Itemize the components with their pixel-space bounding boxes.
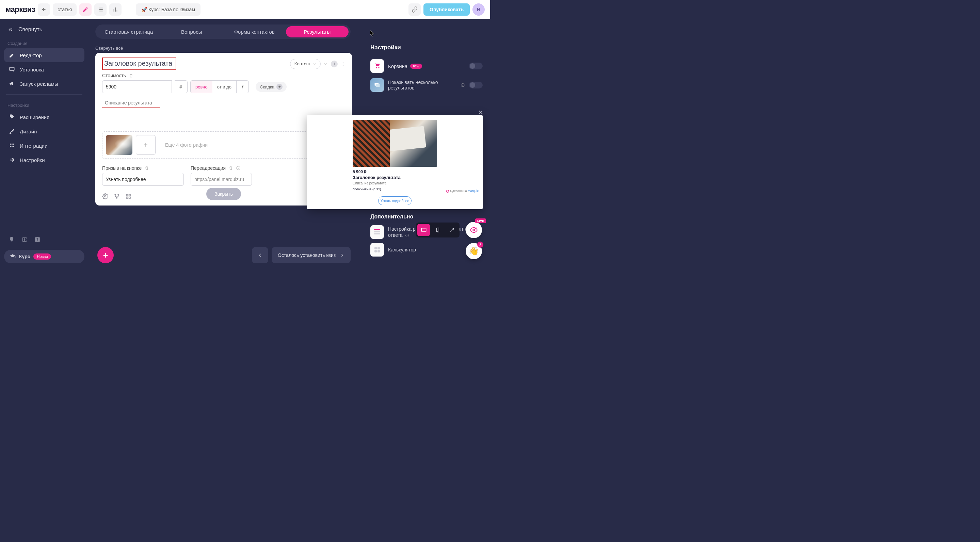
grid-icon[interactable]: [125, 193, 131, 199]
close-button[interactable]: Закрыть: [206, 188, 241, 200]
upload-icon[interactable]: [21, 235, 29, 243]
chevron-down-small-icon[interactable]: [323, 62, 328, 66]
preview-cta-button[interactable]: Узнать подробнее: [378, 196, 412, 205]
article-chip[interactable]: статья: [53, 3, 76, 16]
link-button[interactable]: [409, 3, 421, 16]
sidebar-item-extensions[interactable]: Расширения: [4, 110, 84, 124]
thumbnail-1[interactable]: [106, 135, 132, 155]
discount-button[interactable]: Скидка +: [256, 82, 286, 92]
svg-point-6: [342, 65, 342, 65]
stats-button[interactable]: [109, 3, 121, 16]
trash-icon[interactable]: [144, 166, 149, 170]
cart-label: Корзина: [388, 63, 407, 69]
sidebar-item-label: Запуск рекламы: [20, 81, 58, 87]
add-thumbnail[interactable]: +: [136, 135, 156, 155]
tab-results[interactable]: Результаты: [286, 26, 349, 37]
edit-button[interactable]: [79, 3, 92, 16]
multi-toggle[interactable]: [469, 82, 483, 89]
preview-close[interactable]: ✕: [478, 109, 484, 116]
link-icon: [412, 6, 418, 13]
branch-icon[interactable]: [114, 193, 120, 199]
svg-point-35: [438, 231, 438, 231]
sidebar-item-label: Настройки: [20, 157, 45, 163]
pencil-icon: [9, 52, 15, 58]
redirect-input[interactable]: [191, 173, 252, 186]
stack-icon: [370, 78, 384, 92]
redirect-label: Переадресация: [191, 165, 226, 171]
sidebar-item-label: Интеграции: [20, 143, 48, 149]
tab-contact-form[interactable]: Форма контактов: [223, 26, 286, 37]
wave-count: 8: [477, 242, 484, 248]
course-chip[interactable]: 🚀 Курс: База по квизам: [136, 3, 200, 16]
device-mobile[interactable]: [431, 224, 444, 236]
user-avatar[interactable]: Н: [473, 3, 485, 16]
preview-brand: Сделано на Marquiz: [446, 189, 479, 193]
cta-input[interactable]: [102, 173, 184, 186]
sidebar-item-integrations[interactable]: Интеграции: [4, 138, 84, 153]
drag-handle-icon[interactable]: [340, 62, 345, 66]
nav-status[interactable]: Осталось установить квиз: [272, 247, 351, 263]
preview-title: Заголовок результата: [353, 175, 437, 180]
chevron-down-icon: [313, 62, 316, 66]
sidebar-item-install[interactable]: Установка: [4, 62, 84, 76]
publish-button[interactable]: Опубликовать: [423, 3, 470, 16]
help-icon[interactable]: ?: [33, 235, 41, 243]
svg-point-11: [105, 196, 106, 197]
price-input[interactable]: [102, 80, 172, 93]
svg-text:?: ?: [37, 237, 38, 242]
info-icon: [405, 234, 409, 237]
sidebar-item-settings[interactable]: Настройки: [4, 153, 84, 167]
content-dropdown[interactable]: Контент: [290, 59, 321, 69]
bar-chart-icon: [112, 6, 118, 13]
info-icon[interactable]: [461, 83, 465, 87]
list-button[interactable]: [94, 3, 107, 16]
result-title[interactable]: Заголовок результата: [104, 60, 172, 67]
svg-rect-32: [377, 250, 380, 253]
preview-popover: ✕ 5 900 ₽ Заголовок результата Описание …: [307, 115, 483, 209]
add-fab[interactable]: +: [97, 247, 114, 263]
sidebar-item-ads[interactable]: Запуск рекламы: [4, 76, 84, 91]
sidebar-collapse[interactable]: Свернуть: [4, 23, 84, 36]
svg-rect-15: [126, 194, 128, 196]
preview-brand-link[interactable]: Marquiz: [468, 189, 479, 192]
svg-point-4: [342, 62, 342, 63]
list-icon: [97, 6, 103, 13]
answers-icon: [370, 225, 384, 239]
megaphone-icon: [9, 81, 15, 87]
trash-icon[interactable]: [129, 73, 134, 78]
settings-panel: Настройки Корзина new Показывать несколь…: [370, 44, 483, 95]
preview-fab[interactable]: LIVE: [466, 222, 482, 238]
sidebar-item-editor[interactable]: Редактор: [4, 48, 84, 62]
sidebar-item-design[interactable]: Дизайн: [4, 124, 84, 138]
cart-icon: [370, 59, 384, 73]
device-desktop[interactable]: [417, 224, 430, 236]
tip-icon[interactable]: [8, 235, 16, 243]
sidebar-course-button[interactable]: Курс Новая: [4, 250, 84, 263]
monitor-icon: [9, 66, 15, 73]
tab-questions[interactable]: Вопросы: [160, 26, 223, 37]
back-button[interactable]: [38, 3, 50, 16]
order-badge: 1: [331, 60, 338, 67]
gear-icon[interactable]: [102, 193, 108, 199]
wave-fab[interactable]: 👋 8: [466, 243, 482, 259]
trash-icon[interactable]: [228, 166, 233, 170]
brush-icon: [9, 128, 15, 134]
segment-formula[interactable]: ƒ: [236, 81, 248, 93]
tab-start-page[interactable]: Стартовая страница: [97, 26, 160, 37]
segment-exact[interactable]: ровно: [191, 81, 212, 93]
cta-label: Призыв на кнопке: [102, 165, 142, 171]
nav-prev[interactable]: [252, 247, 268, 263]
cart-toggle[interactable]: [469, 63, 483, 69]
plus-icon: +: [277, 84, 283, 90]
puzzle-icon: [9, 143, 15, 149]
currency-label: ₽: [175, 80, 188, 93]
sidebar-item-label: Установка: [20, 67, 44, 73]
segment-range[interactable]: от и до: [212, 81, 236, 93]
new-badge: Новая: [33, 253, 51, 260]
device-fullscreen[interactable]: [445, 224, 458, 236]
svg-point-7: [343, 62, 344, 63]
info-icon[interactable]: [236, 166, 241, 170]
content-dropdown-label: Контент: [294, 61, 311, 66]
sidebar-item-label: Дизайн: [20, 129, 37, 134]
description-input[interactable]: [102, 98, 160, 108]
